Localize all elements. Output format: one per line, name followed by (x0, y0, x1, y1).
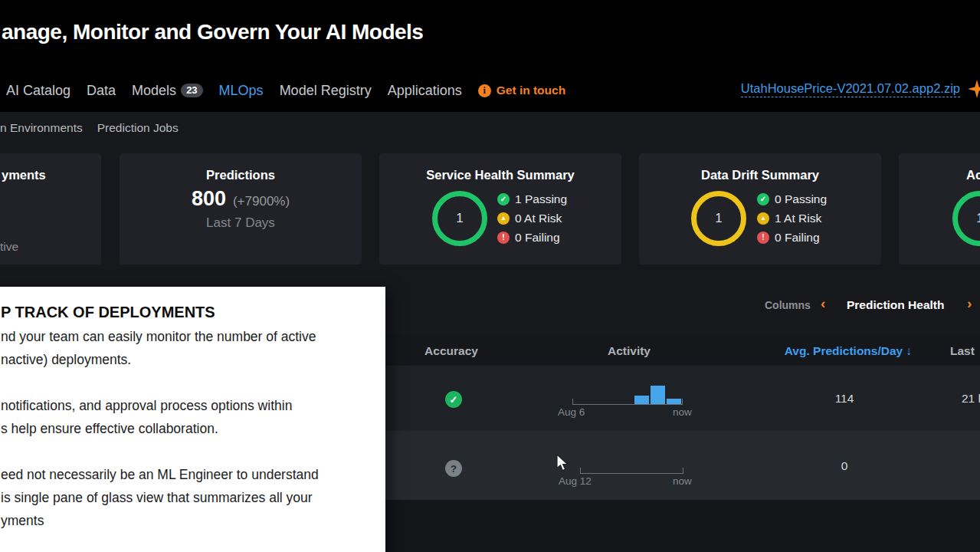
card-deployments-title: yments (2, 168, 46, 182)
chevron-right-icon[interactable]: › (967, 297, 972, 310)
check-circle-icon: ✓ (497, 193, 510, 205)
activity-axis (580, 468, 683, 474)
legend-row: ▲ 0 At Risk (497, 211, 567, 226)
predictions-period: Last 7 Days (120, 215, 362, 231)
main-nav: AI Catalog Data Models 23 MLOps Model Re… (6, 77, 565, 104)
activity-start-label: Aug 12 (559, 475, 592, 487)
activity-end-label: now (673, 475, 692, 487)
col-header-last[interactable]: Last (950, 344, 975, 358)
service-health-legend: ✓ 1 Passing ▲ 0 At Risk ! 0 Failing (497, 192, 567, 245)
column-group-title: Prediction Health (847, 298, 944, 312)
overlay-heading: P TRACK OF DEPLOYMENTS (1, 304, 215, 321)
nav-item-model-registry[interactable]: Model Registry (280, 83, 372, 99)
card-deployments-footer: tive (0, 240, 18, 254)
card-data-drift: Data Drift Summary 1 ✓ 0 Passing ▲ 1 At … (639, 153, 881, 264)
card-deployments: yments tive (0, 153, 101, 264)
overlay-paragraph: notifications, and approval process opti… (1, 394, 292, 440)
card-accuracy-title: Acc (966, 168, 980, 182)
accuracy-passing-icon: ✓ (445, 391, 462, 408)
models-count-badge: 23 (181, 84, 202, 97)
exclamation-circle-icon: ! (497, 232, 510, 244)
nav-item-ai-catalog[interactable]: AI Catalog (6, 83, 70, 99)
nav-item-mlops[interactable]: MLOps (219, 83, 264, 99)
card-service-health-title: Service Health Summary (379, 168, 621, 182)
app-window: anage, Monitor and Govern Your AI Models… (0, 0, 980, 552)
last-prediction-value: 21 h (962, 392, 980, 406)
avg-predictions-value: 114 (835, 392, 854, 406)
card-service-health: Service Health Summary 1 ✓ 1 Passing ▲ 0… (379, 153, 621, 264)
page-title: anage, Monitor and Govern Your AI Models (2, 20, 423, 44)
sort-desc-icon: ↓ (903, 344, 912, 357)
nav-item-data[interactable]: Data (87, 83, 116, 99)
col-header-accuracy[interactable]: Accuracy (424, 344, 478, 358)
activity-end-label: now (673, 406, 692, 418)
subnav-item-environments[interactable]: n Environments (0, 121, 83, 135)
file-download-link[interactable]: UtahHousePrice-V2021.07.02.app2.zip (741, 81, 960, 97)
card-predictions: Predictions 800 (+7900%) Last 7 Days (120, 153, 362, 264)
accuracy-ring: 1 (952, 191, 980, 246)
check-circle-icon: ✓ (757, 193, 769, 205)
overlay-paragraph: nd your team can easily monitor the numb… (1, 325, 316, 371)
legend-row: ✓ 1 Passing (497, 192, 567, 207)
service-health-ring: 1 (432, 191, 487, 246)
col-header-activity[interactable]: Activity (608, 344, 651, 358)
nav-item-models[interactable]: Models 23 (132, 83, 203, 99)
sub-nav: n Environments Prediction Jobs (0, 121, 179, 135)
click-indicator-icon (968, 80, 980, 98)
activity-start-label: Aug 6 (558, 406, 585, 418)
info-overlay-card: P TRACK OF DEPLOYMENTS nd your team can … (0, 287, 385, 552)
chevron-left-icon[interactable]: ‹ (821, 297, 825, 310)
predictions-delta: (+7900%) (233, 194, 290, 209)
col-header-avg-predictions[interactable]: Avg. Predictions/Day ↓ (785, 344, 913, 358)
caret-up-circle-icon: ▲ (497, 212, 510, 225)
predictions-value: 800 (192, 187, 226, 211)
overlay-paragraph: eed not necessarily be an ML Engineer to… (1, 463, 319, 532)
data-drift-legend: ✓ 0 Passing ▲ 1 At Risk ! 0 Failing (757, 192, 827, 245)
card-predictions-title: Predictions (120, 168, 362, 182)
card-accuracy: Acc 1 (899, 153, 980, 264)
columns-label: Columns (765, 299, 811, 311)
exclamation-circle-icon: ! (757, 232, 769, 244)
legend-row: ! 0 Failing (497, 230, 567, 245)
card-data-drift-title: Data Drift Summary (639, 168, 881, 182)
caret-up-circle-icon: ▲ (757, 212, 769, 225)
legend-row: ✓ 0 Passing (757, 192, 827, 207)
legend-row: ▲ 1 At Risk (757, 211, 827, 226)
accuracy-unknown-icon: ? (445, 460, 462, 477)
nav-item-applications[interactable]: Applications (388, 83, 462, 99)
get-in-touch-link[interactable]: i Get in touch (478, 84, 565, 97)
legend-row: ! 0 Failing (757, 230, 827, 245)
activity-axis (572, 399, 683, 405)
data-drift-ring: 1 (691, 191, 746, 246)
avg-predictions-value: 0 (841, 459, 848, 473)
info-icon: i (478, 84, 491, 97)
subnav-item-prediction-jobs[interactable]: Prediction Jobs (97, 121, 179, 135)
mouse-cursor (556, 454, 573, 472)
